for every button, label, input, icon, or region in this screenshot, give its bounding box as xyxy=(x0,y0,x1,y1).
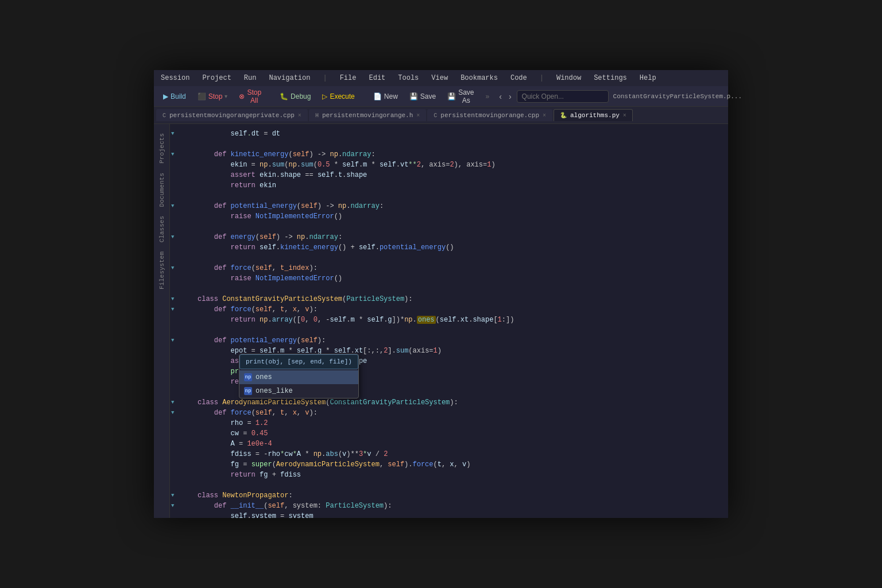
code-line: raise NotImplementedError() xyxy=(170,273,728,284)
menu-run[interactable]: Run xyxy=(242,73,259,83)
fold-indicator: ▼ xyxy=(171,129,174,139)
new-icon: 📄 xyxy=(373,92,382,100)
main-area: Projects Documents Classes Filesystem ▼ … xyxy=(154,124,728,518)
tab-close-1[interactable]: × xyxy=(416,113,420,119)
stop-dropdown-icon[interactable]: ▾ xyxy=(225,93,227,99)
tab-close-0[interactable]: × xyxy=(298,113,301,119)
new-button[interactable]: 📄 New xyxy=(369,91,403,102)
build-icon: ▶ xyxy=(163,92,168,100)
autocomplete-popup: print(obj, [sep, end, file]) np ones np … xyxy=(239,354,359,399)
saveas-button[interactable]: 💾 Save As xyxy=(443,87,478,106)
tab-persistentmovingorangeprivate[interactable]: C persistentmovingorangeprivate.cpp × xyxy=(156,109,308,121)
fold-indicator: ▼ xyxy=(171,397,174,408)
code-line: ▼ class NewtonPropagator: xyxy=(170,490,728,501)
code-line: ▼ def __init__(self, system: ParticleSys… xyxy=(170,501,728,511)
menu-help[interactable]: Help xyxy=(637,73,659,83)
menu-edit[interactable]: Edit xyxy=(366,73,388,83)
cpp-file-icon: C xyxy=(163,113,166,119)
code-line: fg = super(AerodynamicParticleSystem, se… xyxy=(170,459,728,470)
side-panel-classes[interactable]: Classes xyxy=(156,211,168,247)
code-line: ▼ class ConstantGravityParticleSystem(Pa… xyxy=(170,294,728,304)
ide-window: Session Project Run Navigation | File Ed… xyxy=(154,70,728,518)
code-line: raise NotImplementedError() xyxy=(170,211,728,222)
fold-indicator: ▼ xyxy=(171,501,174,511)
code-line: ▼ def force(self, t, x, v): xyxy=(170,304,728,315)
code-line xyxy=(170,480,728,490)
code-line xyxy=(170,253,728,263)
nav-forward-button[interactable]: › xyxy=(506,91,514,102)
ones-icon: np xyxy=(244,373,252,381)
code-line xyxy=(170,222,728,232)
menubar: Session Project Run Navigation | File Ed… xyxy=(154,70,728,86)
code-line: self.system = system xyxy=(170,511,728,518)
more-button[interactable]: » xyxy=(481,91,494,102)
stop-button[interactable]: ⬛ Stop ▾ xyxy=(193,91,233,102)
cpp-file-icon-2: C xyxy=(434,113,437,119)
nav-back-button[interactable]: ‹ xyxy=(496,91,505,102)
menu-project[interactable]: Project xyxy=(200,73,233,83)
code-line xyxy=(170,139,728,149)
tab-algorithms[interactable]: 🐍 algorithms.py × xyxy=(554,109,633,121)
code-line: cw = 0.45 xyxy=(170,428,728,439)
code-line xyxy=(170,191,728,201)
code-line: return np.array([0, 0, -self.m * self.g]… xyxy=(170,315,728,325)
debug-button[interactable]: 🐛 Debug xyxy=(275,91,315,102)
menu-bookmarks[interactable]: Bookmarks xyxy=(458,73,500,83)
code-line: return ekin xyxy=(170,180,728,191)
build-button[interactable]: ▶ Build xyxy=(158,91,191,102)
save-button[interactable]: 💾 Save xyxy=(405,91,440,102)
code-line: A = 1e0e-4 xyxy=(170,439,728,449)
execute-button[interactable]: ▷ Execute xyxy=(318,91,359,102)
fold-indicator: ▼ xyxy=(171,263,174,273)
menu-session[interactable]: Session xyxy=(158,73,192,83)
menu-file[interactable]: File xyxy=(338,73,359,83)
fold-indicator: ▼ xyxy=(171,335,174,346)
fold-indicator: ▼ xyxy=(171,232,174,242)
code-line xyxy=(170,325,728,335)
menu-view[interactable]: View xyxy=(429,73,450,83)
menu-tools[interactable]: Tools xyxy=(396,73,421,83)
menu-window[interactable]: Window xyxy=(554,73,583,83)
code-line: ▼ def force(self, t, x, v): xyxy=(170,408,728,418)
execute-icon: ▷ xyxy=(322,92,327,100)
code-line: assert ekin.shape == self.t.shape xyxy=(170,170,728,180)
tab-persistentmovingorangeh[interactable]: H persistentmovingorange.h × xyxy=(309,109,426,121)
debug-icon: 🐛 xyxy=(280,92,288,100)
code-line: ▼ self.dt = dt xyxy=(170,129,728,139)
code-line: rho = 1.2 xyxy=(170,418,728,428)
quick-open-input[interactable] xyxy=(517,90,609,103)
saveas-icon: 💾 xyxy=(447,92,456,100)
code-line: ▼ def energy(self) -> np.ndarray: xyxy=(170,232,728,242)
autocomplete-item-ones-like[interactable]: np ones_like xyxy=(239,384,358,398)
fold-indicator: ▼ xyxy=(171,201,174,211)
autocomplete-item-ones[interactable]: np ones xyxy=(239,370,358,384)
ones-like-icon: np xyxy=(244,387,252,395)
stopall-button[interactable]: ⊗ Stop All xyxy=(234,87,266,106)
toolbar-nav: ‹ › xyxy=(496,91,514,102)
menu-navigation[interactable]: Navigation xyxy=(266,73,312,83)
tab-close-2[interactable]: × xyxy=(543,113,546,119)
code-line: return self.kinetic_energy() + self.pote… xyxy=(170,242,728,253)
menu-code[interactable]: Code xyxy=(508,73,529,83)
code-line: ekin = np.sum(np.sum(0.5 * self.m * self… xyxy=(170,160,728,170)
menu-settings[interactable]: Settings xyxy=(591,73,629,83)
code-line: fdiss = -rho*cw*A * np.abs(v)**3*v / 2 xyxy=(170,449,728,459)
stopall-icon: ⊗ xyxy=(239,92,245,100)
side-panel-filesystem[interactable]: Filesystem xyxy=(156,247,168,294)
stop-icon: ⬛ xyxy=(198,92,206,100)
code-editor[interactable]: ▼ self.dt = dt ▼ def kinetic_energy(self… xyxy=(170,124,728,518)
code-line: ▼ def kinetic_energy(self) -> np.ndarray… xyxy=(170,149,728,160)
toolbar: ▶ Build ⬛ Stop ▾ ⊗ Stop All 🐛 Debug ▷ Ex… xyxy=(154,86,728,107)
side-panels: Projects Documents Classes Filesystem xyxy=(154,124,170,518)
side-panel-documents[interactable]: Documents xyxy=(156,168,168,211)
fold-indicator: ▼ xyxy=(171,149,174,160)
side-panel-projects[interactable]: Projects xyxy=(156,129,168,168)
breadcrumb: ConstantGravityParticleSystem.p... xyxy=(613,93,742,100)
tab-close-3[interactable]: × xyxy=(623,113,626,119)
tab-persistentmovingorangecpp[interactable]: C persistentmovingorange.cpp × xyxy=(427,109,552,121)
h-file-icon: H xyxy=(315,113,319,119)
code-line: return fg + fdiss xyxy=(170,470,728,480)
code-line: ▼ def potential_energy(self): xyxy=(170,335,728,346)
code-line xyxy=(170,284,728,294)
fold-indicator: ▼ xyxy=(171,294,174,304)
